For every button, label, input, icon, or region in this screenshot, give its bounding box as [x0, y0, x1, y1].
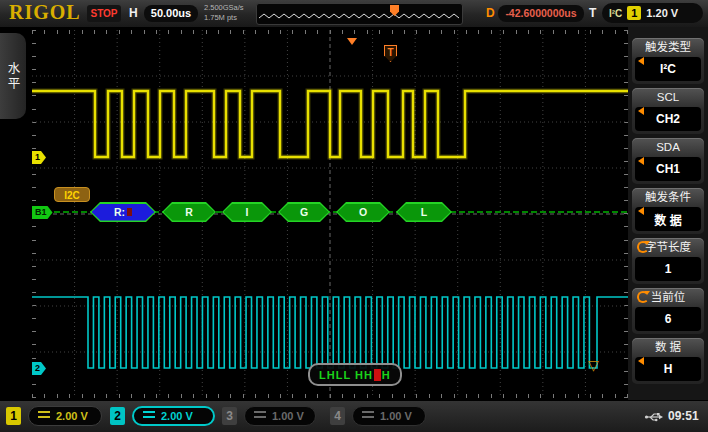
channel3-badge[interactable]: 3 — [222, 407, 237, 425]
menu-item-sda[interactable]: SDA CH1 — [632, 138, 704, 184]
menu-arrow-icon — [638, 107, 644, 115]
knob-icon — [637, 241, 649, 253]
sample-rate: 2.500GSa/s — [204, 3, 244, 13]
data-pattern-label: LHLL HHH — [308, 363, 402, 386]
decode-frame-label: I — [246, 206, 249, 218]
trigger-label: T — [589, 6, 596, 20]
trigger-type-readout: I²C — [609, 8, 622, 19]
tab-horizontal[interactable]: 水平 — [0, 33, 26, 119]
channel-status-bar: 1 2.00 V 2 2.00 V 3 1.00 V 4 1.00 V — [0, 400, 708, 432]
menu-item-scl[interactable]: SCL CH2 — [632, 88, 704, 134]
decode-frame-label: R — [185, 206, 193, 218]
waveform-overview-bar — [256, 3, 463, 25]
knob-icon — [637, 291, 649, 303]
menu-arrow-icon — [638, 357, 644, 365]
dc-coupling-icon — [254, 411, 266, 421]
trigger-level-marker-icon[interactable]: ▽ — [588, 358, 599, 372]
decode-frame-label: O — [359, 206, 367, 218]
delay-label: D — [486, 6, 495, 20]
trigger-position-icon[interactable] — [347, 38, 357, 45]
decode-frame-label: L — [421, 206, 427, 218]
channel2-scale-box[interactable]: 2.00 V — [132, 406, 215, 426]
graticule-area: I2C R:RIGOL 1 B1 2 T ▽ LHLL HHH — [32, 30, 628, 398]
frame-cursor-icon — [127, 208, 132, 216]
dc-coupling-icon — [143, 411, 155, 421]
menu-item-byte-length[interactable]: 字节长度 1 — [632, 238, 704, 284]
rigol-logo: RIGOL — [9, 1, 81, 24]
pattern-after: H — [382, 369, 391, 381]
trigger-level-readout: 1.20 V — [646, 7, 678, 19]
clock: 09:51 — [668, 409, 699, 423]
decode-frame: R: — [90, 202, 156, 222]
channel1-badge[interactable]: 1 — [6, 407, 21, 425]
pattern-before: LHLL HH — [319, 369, 373, 381]
usb-icon — [644, 411, 664, 423]
channel1-scale-box[interactable]: 2.00 V — [28, 406, 102, 426]
decode-frame: R — [162, 202, 216, 222]
decode-frame: L — [396, 202, 452, 222]
channel4-scale-box[interactable]: 1.00 V — [352, 406, 426, 426]
timebase-readout: 50.00us — [144, 5, 198, 22]
channel4-badge[interactable]: 4 — [330, 407, 345, 425]
trigger-info-box: I²C 1 1.20 V — [602, 3, 703, 23]
pattern-current-bit-cursor — [374, 369, 381, 381]
run-status-badge: STOP — [87, 5, 121, 22]
menu-item-trigger-condition[interactable]: 触发条件 数 据 — [632, 188, 704, 234]
memory-depth: 1.75M pts — [204, 13, 244, 23]
menu-arrow-icon — [638, 57, 644, 65]
menu-item-trigger-type[interactable]: 触发类型 I²C — [632, 38, 704, 84]
decode-frame-label: G — [300, 206, 308, 218]
dc-coupling-icon — [38, 411, 50, 421]
menu-arrow-icon — [638, 207, 644, 215]
menu-item-data[interactable]: 数 据 H — [632, 338, 704, 384]
channel2-badge[interactable]: 2 — [110, 407, 125, 425]
horizontal-offset-readout: -42.6000000us — [498, 5, 584, 22]
trigger-source-badge: 1 — [627, 6, 641, 20]
top-status-bar: RIGOL STOP H 50.00us 2.500GSa/s 1.75M pt… — [0, 0, 708, 28]
softkey-menu: 触发类型 I²C SCL CH2 SDA CH1 触发条件 数 据 字节长度 1… — [628, 27, 708, 400]
overview-waveform-icon — [257, 4, 460, 22]
menu-arrow-icon — [638, 157, 644, 165]
decode-frame: O — [336, 202, 390, 222]
decode-bus-badge[interactable]: I2C — [54, 187, 90, 202]
oscilloscope-screen: RIGOL STOP H 50.00us 2.500GSa/s 1.75M pt… — [0, 0, 708, 432]
menu-item-current-bit[interactable]: 当前位 6 — [632, 288, 704, 334]
decode-frame: G — [278, 202, 330, 222]
decode-frame: I — [222, 202, 272, 222]
acquisition-info: 2.500GSa/s 1.75M pts — [204, 3, 244, 23]
decode-frame-label: R: — [114, 206, 125, 218]
dc-coupling-icon — [362, 411, 374, 421]
horizontal-label: H — [129, 6, 138, 20]
channel3-scale-box[interactable]: 1.00 V — [244, 406, 316, 426]
